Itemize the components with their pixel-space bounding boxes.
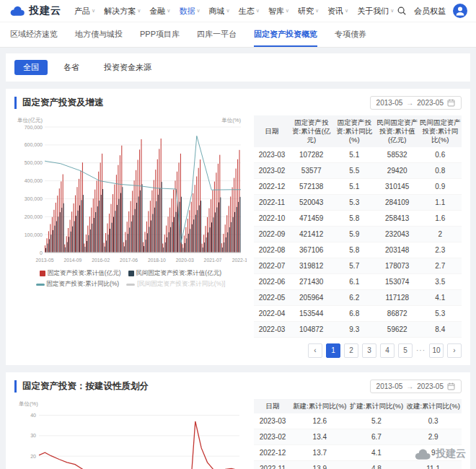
svg-text:30: 30 — [30, 433, 36, 438]
topnav-item-label: 解决方案 — [104, 6, 136, 17]
date-start[interactable]: 2013-05 — [376, 382, 403, 390]
svg-text:2016-02: 2016-02 — [92, 258, 110, 263]
table-row: 2022-073198125.71780732.7 — [254, 258, 462, 273]
chevron-down-icon: ∨ — [286, 8, 289, 14]
search-icon[interactable] — [397, 6, 407, 16]
svg-text:700,000: 700,000 — [25, 125, 43, 130]
svg-text:100,000: 100,000 — [25, 232, 43, 237]
table-cell: 367106 — [290, 242, 333, 258]
topnav-item[interactable]: 数据∨ — [179, 6, 200, 17]
topnav-item[interactable]: 关于我们∨ — [357, 6, 394, 17]
table-cell: 1.6 — [419, 210, 462, 226]
filter-option[interactable]: 各省 — [55, 60, 88, 75]
topnav-item[interactable]: 金融∨ — [149, 6, 170, 17]
filter-option[interactable]: 投资资金来源 — [95, 60, 160, 75]
subnav-tab[interactable]: 专项债券 — [335, 22, 366, 47]
date-end[interactable]: 2023-05 — [417, 99, 444, 107]
svg-text:600,000: 600,000 — [25, 142, 43, 147]
column-header: 日期 — [254, 115, 290, 147]
table-cell: 271430 — [290, 273, 333, 289]
table-cell: 13.4 — [291, 429, 348, 444]
table-cell: 86872 — [376, 305, 419, 321]
table-cell: 0.3 — [405, 413, 462, 429]
topnav-item[interactable]: 产品∨ — [74, 6, 95, 17]
topnav-item[interactable]: 智库∨ — [268, 6, 289, 17]
page-button[interactable]: 4 — [380, 343, 395, 358]
page-button[interactable]: 10 — [429, 343, 444, 358]
subnav-tab[interactable]: 区域经济速览 — [10, 22, 58, 47]
subnav-tab[interactable]: 固定资产投资概览 — [254, 22, 317, 47]
topnav-item[interactable]: 商城∨ — [209, 6, 230, 17]
filter-option[interactable]: 全国 — [14, 60, 48, 75]
subnav-tab[interactable]: PPP项目库 — [140, 22, 180, 47]
card-body: 0100,000200,000300,000400,000500,000600,… — [14, 115, 462, 358]
table-cell: 2022-04 — [254, 305, 290, 321]
table-cell: 5.8 — [333, 210, 376, 226]
table-cell: 2 — [419, 226, 462, 242]
legend-item[interactable]: 民间固定资产投资:累计值(亿元) — [128, 269, 222, 278]
page-button[interactable]: 1 — [326, 343, 340, 358]
page-button[interactable]: 5 — [398, 343, 413, 358]
date-range-picker-2[interactable]: 2013-05 → 2023-05 — [370, 380, 462, 393]
date-start[interactable]: 2013-05 — [376, 99, 403, 107]
table-cell: 319812 — [290, 258, 333, 273]
topnav-menu: 产品∨解决方案∨金融∨数据∨商城∨生态∨智库∨研究∨资讯∨关于我们∨ — [70, 6, 391, 17]
table-row: 2022-041535446.8868725.3 — [254, 305, 462, 321]
topnav-item[interactable]: 解决方案∨ — [104, 6, 141, 17]
date-range-picker-1[interactable]: 2013-05 → 2023-05 — [370, 96, 462, 110]
next-page-button[interactable]: › — [447, 343, 462, 358]
chevron-down-icon: ∨ — [345, 8, 348, 14]
topnav-item-label: 商城 — [209, 6, 225, 17]
column-header: 民间固定资产投资:累计同比(%) — [419, 115, 462, 147]
table-cell: 258413 — [376, 210, 419, 226]
column-header: 改建:累计同比(%) — [405, 399, 462, 413]
user-avatar[interactable] — [453, 4, 467, 18]
subnav-tab[interactable]: 四库一平台 — [197, 22, 237, 47]
topnav-item-label: 智库 — [268, 6, 284, 17]
topnav-item-label: 金融 — [149, 6, 165, 17]
topnav-item[interactable]: 资讯∨ — [327, 6, 348, 17]
table-cell: 2022-12 — [254, 444, 291, 460]
bar-chart-fixed-asset-investment: 0100,000200,000300,000400,000500,000600,… — [14, 115, 247, 358]
section-fixed-asset-investment: 固定资产投资及增速 2013-05 → 2023-05 0100,000200,… — [6, 89, 470, 365]
chevron-down-icon: ∨ — [196, 8, 200, 14]
table-cell: 2022-12 — [254, 178, 290, 194]
table-cell: 4.1 — [419, 289, 462, 305]
table-cell: 11.1 — [405, 460, 462, 469]
column-header: 日期 — [254, 399, 291, 413]
legend-label: [民间固定资产投资:累计同比(%)] — [137, 280, 225, 289]
date-separator: → — [406, 99, 413, 107]
topnav-item[interactable]: 研究∨ — [298, 6, 319, 17]
svg-text:500,000: 500,000 — [25, 160, 43, 165]
member-benefits-link[interactable]: 会员权益 — [414, 6, 446, 17]
page-button[interactable]: 3 — [362, 343, 376, 358]
legend-item[interactable]: [民间固定资产投资:累计同比(%)] — [126, 280, 225, 289]
brand-logo[interactable]: 投建云 — [9, 4, 61, 17]
top-navbar: 投建云 产品∨解决方案∨金融∨数据∨商城∨生态∨智库∨研究∨资讯∨关于我们∨ 会… — [0, 0, 476, 22]
legend-item[interactable]: 固定资产投资:累计值(亿元) — [40, 269, 121, 278]
table-cell: 5.1 — [333, 178, 376, 194]
table-cell: 2023-03 — [254, 413, 291, 429]
column-header: 民间固定资产投资:累计值(亿元) — [376, 115, 419, 147]
table-cell: 471459 — [290, 210, 333, 226]
table-cell: 421412 — [290, 226, 333, 242]
table-cell: 12.6 — [291, 413, 348, 429]
table-cell: 2.7 — [419, 258, 462, 273]
subnav-tab[interactable]: 地方债与城投 — [75, 22, 123, 47]
legend-marker-icon — [128, 271, 134, 276]
column-header: 扩建:累计同比(%) — [348, 399, 405, 413]
topnav-item[interactable]: 生态∨ — [239, 6, 260, 17]
legend-item[interactable]: 固定资产投资:累计同比(%) — [36, 280, 120, 289]
table-cell: 13.7 — [291, 444, 348, 460]
table-cell: 2023-02 — [254, 429, 291, 444]
pagination: ‹12345···10› — [254, 343, 462, 358]
svg-text:2022-11: 2022-11 — [232, 258, 247, 263]
table-cell: 5.8 — [333, 242, 376, 258]
legend-label: 固定资产投资:累计值(亿元) — [48, 269, 121, 278]
date-end[interactable]: 2023-05 — [417, 382, 444, 390]
table-cell: 2022-11 — [254, 460, 291, 469]
prev-page-button[interactable]: ‹ — [308, 343, 322, 358]
table-cell: 107282 — [290, 147, 333, 163]
table-cell: 58532 — [376, 147, 419, 163]
page-button[interactable]: 2 — [344, 343, 358, 358]
